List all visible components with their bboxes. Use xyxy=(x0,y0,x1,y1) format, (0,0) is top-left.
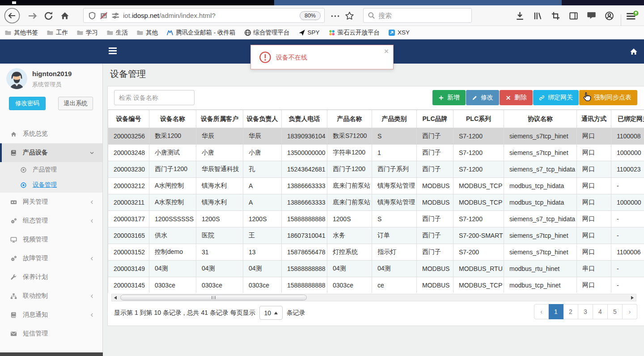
column-header[interactable]: 设备编号 xyxy=(108,110,149,128)
column-header[interactable]: 产品类别 xyxy=(372,110,417,128)
sidebar-toggle-icon[interactable] xyxy=(569,11,578,21)
browser-search-box[interactable] xyxy=(363,8,472,23)
sidebar-item-保养计划[interactable]: 保养计划 xyxy=(0,268,102,287)
sidebar-item-产品设备[interactable]: 产品设备 xyxy=(0,143,102,162)
device-search-input[interactable] xyxy=(114,90,195,105)
account-icon[interactable] xyxy=(605,11,614,21)
permissions-icon[interactable] xyxy=(111,12,119,20)
back-button[interactable] xyxy=(4,7,21,24)
sidebar-collapse-icon[interactable] xyxy=(109,47,117,55)
edit-button[interactable]: 修改 xyxy=(466,90,499,105)
url-bar[interactable]: iot.idosp.net/admin/index.html? 80% xyxy=(83,8,325,23)
logout-button[interactable]: 退出系统 xyxy=(58,97,93,110)
horizontal-scrollbar[interactable] xyxy=(111,294,636,301)
page-actions-icon[interactable] xyxy=(331,13,339,19)
bookmark-item[interactable]: SPY xyxy=(298,29,320,36)
table-cell: 0303ce xyxy=(149,277,196,293)
table-cell: 字符串1200 xyxy=(327,145,372,161)
page-title: 设备管理 xyxy=(110,68,146,80)
sidebar-item-网关管理[interactable]: 网关管理 xyxy=(0,193,102,211)
column-header[interactable]: 设备所属客户 xyxy=(196,110,243,128)
home-button[interactable] xyxy=(60,11,70,21)
sidebar-item-产品管理[interactable]: 产品管理 xyxy=(0,162,102,177)
link-icon xyxy=(539,95,545,101)
zoom-level-badge[interactable]: 80% xyxy=(300,11,321,20)
alert-toast: 设备不在线 × xyxy=(250,45,394,69)
app-home-icon[interactable] xyxy=(629,47,638,56)
scroll-right-arrow[interactable] xyxy=(629,294,636,301)
column-header[interactable]: 通讯方式 xyxy=(577,110,611,128)
reload-button[interactable] xyxy=(44,11,53,21)
column-header[interactable]: 已绑定网关 xyxy=(611,110,644,128)
page-3[interactable]: 3 xyxy=(578,304,593,319)
bookmark-item[interactable]: 其他书签 xyxy=(4,29,38,37)
table-cell: 数采S71200 xyxy=(327,128,372,145)
table-cell: MODBUS_TCP xyxy=(453,194,504,211)
video-icon xyxy=(10,199,17,206)
table-cell: 1200S xyxy=(196,211,243,227)
page-4[interactable]: 4 xyxy=(593,304,608,319)
column-header[interactable]: PLC系列 xyxy=(453,110,504,128)
downloads-icon[interactable] xyxy=(515,11,525,21)
delete-button[interactable]: 删除 xyxy=(500,90,533,105)
library-icon[interactable] xyxy=(533,11,542,21)
table-row[interactable]: 200003152控制demo311315878656478灯控系统指示灯西门子… xyxy=(108,244,644,261)
menu-icon[interactable] xyxy=(625,10,639,21)
sidebar-item-视频管理[interactable]: 视频管理 xyxy=(0,230,102,249)
bookmark-star-icon[interactable] xyxy=(345,11,354,21)
table-row[interactable]: 200003256数采1200华辰华辰18390936104数采S71200S西… xyxy=(108,128,644,145)
page-2[interactable]: 2 xyxy=(564,304,578,319)
column-header[interactable]: 设备名称 xyxy=(149,110,196,128)
sidebar-item-系统总览[interactable]: 系统总览 xyxy=(0,124,102,143)
change-password-button[interactable]: 修改密码 xyxy=(9,97,46,110)
table-row[interactable]: 200003248小唐测试小唐小唐13500000000字符串12001西门子S… xyxy=(108,145,644,161)
table-cell: 华辰 xyxy=(243,128,282,145)
table-row[interactable]: 200003212A水闸控制镇海水利A13886663333底来门前泵站镇海泵站… xyxy=(108,178,644,194)
shield-icon[interactable] xyxy=(88,12,96,20)
page-size-select[interactable]: 10 xyxy=(259,306,283,320)
bookmark-item[interactable]: 腾讯企业邮箱 - 收件箱 xyxy=(166,29,236,37)
table-row[interactable]: 20000314904测04测04测1588888888804测04测MODBU… xyxy=(108,261,644,277)
page-prev[interactable]: ‹ xyxy=(534,304,549,319)
column-header[interactable]: 负责人电话 xyxy=(282,110,327,128)
bookmark-item[interactable]: 萤石云开放平台 xyxy=(328,29,380,37)
images-blocked-icon[interactable] xyxy=(100,12,108,20)
table-row[interactable]: 2000031450303ce0303ce0303ce1588888888803… xyxy=(108,277,644,293)
scrollbar-thumb[interactable] xyxy=(120,295,307,300)
browser-search-input[interactable] xyxy=(378,12,461,19)
sidebar-item-组态管理[interactable]: 组态管理 xyxy=(0,211,102,230)
bookmark-item[interactable]: XSY xyxy=(388,29,410,36)
scroll-left-arrow[interactable] xyxy=(112,294,119,301)
alert-close-icon[interactable]: × xyxy=(384,47,389,56)
page-5[interactable]: 5 xyxy=(608,304,623,319)
page-1[interactable]: 1 xyxy=(549,304,564,319)
bookmark-item[interactable]: 生活 xyxy=(106,29,128,37)
add-button[interactable]: 新增 xyxy=(432,90,466,105)
bookmark-item[interactable]: 综合管理平台 xyxy=(244,29,290,37)
page-body: hignton2019 系统管理员 修改密码 退出系统 系统总览产品设备产品管理… xyxy=(0,39,644,356)
column-header[interactable]: 协议名称 xyxy=(504,110,577,128)
sidebar-item-短信管理[interactable]: 短信管理 xyxy=(0,324,102,343)
bind-gateway-button[interactable]: 绑定网关 xyxy=(533,90,579,105)
sidebar-item-联动控制[interactable]: 联动控制 xyxy=(0,287,102,305)
sidebar-item-label: 系统总览 xyxy=(23,130,48,138)
column-header[interactable]: 产品名称 xyxy=(327,110,372,128)
table-row[interactable]: 200003230西门子1200华辰智通科技孔15243642681西门子120… xyxy=(108,161,644,178)
bookmark-item[interactable]: 学习 xyxy=(76,29,98,37)
sidebar-item-故障管理[interactable]: 故障管理 xyxy=(0,249,102,268)
screenshot-icon[interactable] xyxy=(551,11,560,21)
page-next[interactable]: › xyxy=(623,304,637,319)
column-header[interactable]: PLC品牌 xyxy=(417,110,453,128)
scrollbar-track[interactable] xyxy=(119,294,629,301)
forward-button[interactable] xyxy=(28,11,37,21)
bookmark-item[interactable]: 其他 xyxy=(136,29,158,37)
table-row[interactable]: 200003165供水医院王18607310041水务订单西门子S7-200-S… xyxy=(108,227,644,244)
table-row[interactable]: 200003211A水泵控制镇海水利A13886663333底来门前泵站镇海泵站… xyxy=(108,194,644,211)
sidebar-item-设备管理[interactable]: 设备管理 xyxy=(0,177,102,193)
sidebar-item-消息通知[interactable]: 消息通知 xyxy=(0,305,102,324)
table-row[interactable]: 2000031771200SSSSSS1200S1200S15888888888… xyxy=(108,211,644,227)
column-header[interactable]: 设备负责人 xyxy=(243,110,282,128)
plus-icon xyxy=(438,95,444,101)
pocket-icon[interactable] xyxy=(587,12,596,20)
bookmark-item[interactable]: 工作 xyxy=(47,29,68,37)
